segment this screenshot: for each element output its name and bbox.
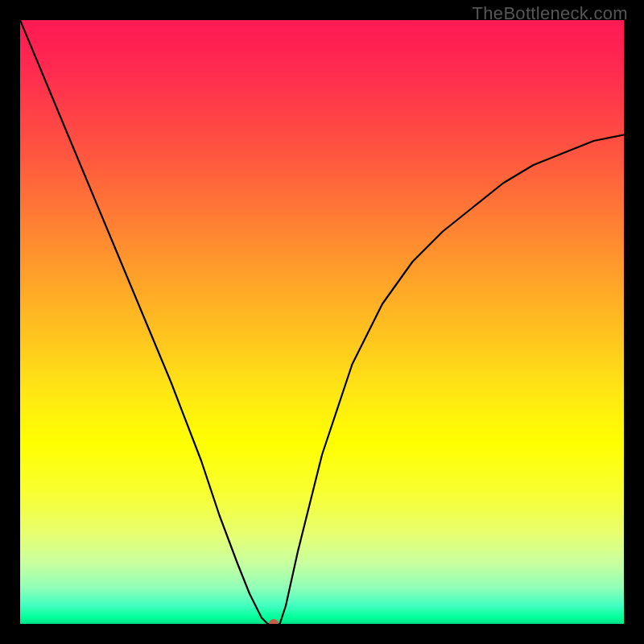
curve-path: [20, 20, 624, 624]
chart-container: TheBottleneck.com: [0, 0, 644, 644]
optimal-point-marker: [269, 619, 279, 624]
bottleneck-curve: [20, 20, 624, 624]
watermark-text: TheBottleneck.com: [473, 3, 628, 24]
plot-area: [20, 20, 624, 624]
